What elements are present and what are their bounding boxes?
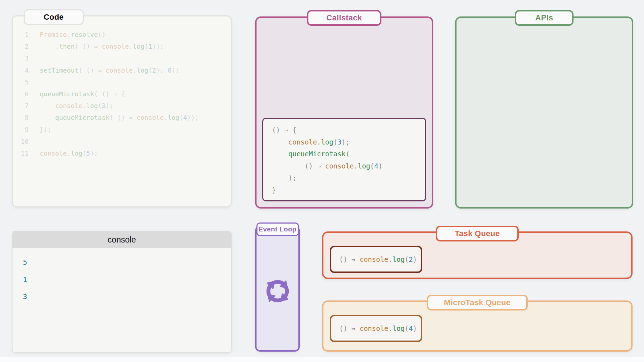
console-entry: 1 — [23, 275, 231, 284]
callstack-panel-title: Callstack — [326, 13, 362, 23]
event-loop-panel-tab: Event Loop — [256, 222, 299, 236]
console-entry: 5 — [23, 258, 231, 266]
console-panel: console 513 — [12, 231, 232, 353]
console-output: 513 — [13, 248, 231, 301]
event-loop-panel: Event Loop — [255, 226, 300, 352]
microtask-queue-panel: MicroTask Queue () ⇒ console.log(4) — [322, 300, 633, 352]
code-line: 6queueMicrotask( () ⇒ { — [13, 88, 226, 100]
code-line: () ⇒ console.log(2) — [339, 255, 417, 263]
code-line: 10 — [13, 136, 226, 147]
line-number: 4 — [13, 64, 29, 76]
event-loop-visualizer: Code 1Promise.resolve()2 .then( () ⇒ con… — [0, 0, 644, 362]
line-number: 3 — [13, 52, 29, 64]
page-bottom-strip — [0, 357, 644, 362]
line-number: 8 — [13, 112, 29, 123]
line-number: 5 — [13, 76, 29, 88]
task-queue-item: () ⇒ console.log(2) — [330, 246, 422, 273]
code-line: 7 console.log(3); — [13, 100, 226, 112]
code-line: console.log(3); — [272, 136, 425, 148]
code-line: () ⇒ console.log(4) — [339, 324, 417, 332]
microtask-queue-panel-title: MicroTask Queue — [444, 298, 511, 307]
code-line: 9}); — [13, 124, 226, 136]
apis-panel-tab: APIs — [515, 10, 574, 26]
microtask-queue-item-code: () ⇒ console.log(4) — [339, 324, 417, 332]
callstack-frame: () ⇒ { console.log(3); queueMicrotask( (… — [262, 118, 426, 201]
task-queue-panel: Task Queue () ⇒ console.log(2) — [322, 231, 633, 279]
microtask-queue-panel-tab: MicroTask Queue — [427, 295, 528, 310]
code-line: ); — [272, 172, 425, 184]
line-number: 1 — [13, 29, 29, 40]
line-number: 2 — [13, 40, 29, 52]
code-line: 11console.log(5); — [13, 147, 226, 159]
code-line: 2 .then( () ⇒ console.log(1)); — [13, 40, 226, 52]
line-number: 11 — [13, 147, 29, 159]
code-line: () ⇒ { — [272, 124, 425, 136]
code-line: 3 — [13, 52, 226, 64]
code-panel: Code 1Promise.resolve()2 .then( () ⇒ con… — [12, 15, 232, 207]
task-queue-item-code: () ⇒ console.log(2) — [339, 255, 417, 263]
code-line: 5 — [13, 76, 226, 88]
apis-panel-title: APIs — [535, 13, 553, 23]
line-number: 7 — [13, 100, 29, 112]
task-queue-panel-tab: Task Queue — [436, 226, 519, 241]
code-line: } — [272, 184, 425, 196]
task-queue-panel-title: Task Queue — [455, 229, 500, 238]
console-header: console — [13, 231, 231, 248]
code-line: 8 queueMicrotask( () ⇒ console.log(4)); — [13, 112, 226, 123]
cycle-arrows-icon — [259, 274, 296, 309]
microtask-queue-item: () ⇒ console.log(4) — [330, 315, 422, 342]
event-loop-panel-title: Event Loop — [258, 225, 296, 233]
callstack-panel: Callstack () ⇒ { console.log(3); queueMi… — [255, 16, 433, 209]
code-panel-title: Code — [44, 13, 64, 22]
code-line: 4setTimeout( () ⇒ console.log(2), 0); — [13, 64, 226, 76]
line-number: 10 — [13, 136, 29, 147]
callstack-frame-code: () ⇒ { console.log(3); queueMicrotask( (… — [272, 124, 425, 196]
apis-panel: APIs — [455, 16, 633, 209]
code-line: 1Promise.resolve() — [13, 29, 226, 40]
code-line: () ⇒ console.log(4) — [272, 160, 425, 172]
callstack-panel-tab: Callstack — [307, 10, 381, 26]
line-number: 9 — [13, 124, 29, 136]
code-editor: 1Promise.resolve()2 .then( () ⇒ console.… — [13, 16, 231, 159]
code-panel-tab: Code — [24, 9, 84, 25]
line-number: 6 — [13, 88, 29, 100]
console-entry: 3 — [23, 292, 231, 301]
code-line: queueMicrotask( — [272, 148, 425, 160]
